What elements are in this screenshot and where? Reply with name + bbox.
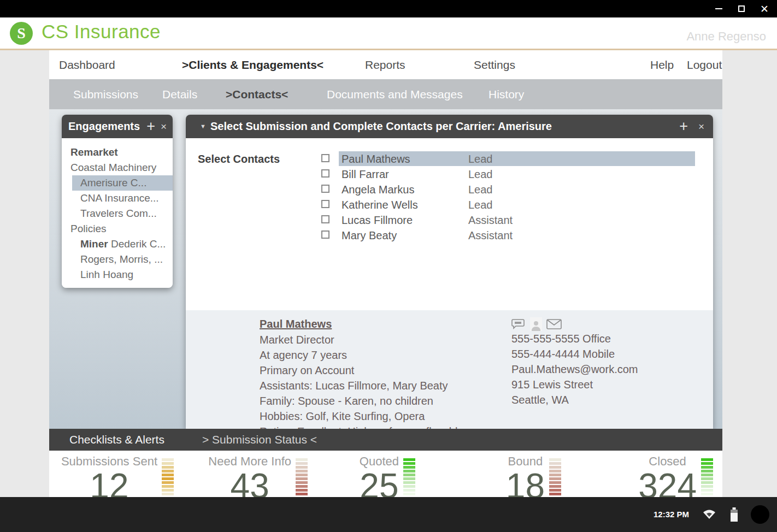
contact-detail-section: Paul Mathews Market Director At agency 7…	[186, 310, 713, 429]
contact-detail-rating: Rating: Excellent, High performer, flexa…	[260, 424, 464, 429]
checklists-alerts-label[interactable]: Checklists & Alerts	[69, 429, 164, 451]
contact-detail-tenure: At agency 7 years	[260, 347, 464, 363]
stat-value: 324	[638, 469, 697, 497]
engagement-item-amerisure[interactable]: Amerisure C...	[72, 175, 173, 191]
contact-checkbox[interactable]	[321, 154, 329, 162]
submission-status-strip: Submissions Sent 12 Need More Info 43 Qu…	[49, 451, 722, 497]
current-user-name: Anne Regenso	[686, 29, 766, 44]
clock[interactable]: 12:32 PM	[654, 497, 689, 532]
engagement-item-coastal-machinery[interactable]: Coastal Machinery	[62, 160, 173, 175]
contact-detail-bio: Paul Mathews Market Director At agency 7…	[260, 316, 464, 429]
nav-item-settings[interactable]: Settings	[474, 50, 515, 79]
contact-detail-name-link[interactable]: Paul Mathews	[260, 316, 464, 332]
contact-row[interactable]: Mary Beaty Assistant	[186, 228, 713, 243]
nav-item-logout[interactable]: Logout	[687, 50, 722, 79]
stat-value: 18	[506, 469, 545, 497]
contact-checkbox[interactable]	[321, 200, 329, 208]
contact-checkbox[interactable]	[321, 215, 329, 223]
contacts-panel-header: ▼ Select Submission and Complete Contact…	[186, 115, 713, 138]
window-minimize-icon[interactable]	[714, 4, 723, 14]
logo-letter: S	[17, 26, 26, 41]
nav-item-help[interactable]: Help	[650, 50, 674, 79]
stat-value: 43	[208, 469, 291, 497]
contact-role: Lead	[468, 167, 493, 182]
contact-row[interactable]: Bill Farrar Lead	[186, 167, 713, 182]
contact-name[interactable]: Bill Farrar	[342, 167, 389, 182]
plus-icon[interactable]: +	[679, 115, 688, 138]
contact-name[interactable]: Mary Beaty	[342, 228, 397, 243]
contact-detail-title: Market Director	[260, 332, 464, 347]
contact-row[interactable]: Paul Mathews Lead	[186, 151, 713, 167]
workspace: Engagements + × Remarket Coastal Machine…	[49, 109, 722, 429]
engagement-item-policies[interactable]: Policies	[62, 221, 173, 237]
engagement-item-cna-insurance[interactable]: CNA Insurance...	[62, 191, 173, 206]
collapse-triangle-icon[interactable]: ▼	[200, 115, 206, 138]
engagement-item-travelers[interactable]: Travelers Com...	[62, 206, 173, 221]
contact-name[interactable]: Katherine Wells	[342, 197, 418, 212]
contact-row[interactable]: Katherine Wells Lead	[186, 197, 713, 212]
contact-row[interactable]: Lucas Fillmore Assistant	[186, 212, 713, 228]
contact-checkbox[interactable]	[321, 169, 329, 178]
close-icon[interactable]: ×	[698, 115, 704, 138]
nav-item-clients-engagements[interactable]: >Clients & Engagements<	[182, 50, 323, 79]
stat-gauge-icon	[701, 458, 713, 495]
secondary-nav: Submissions Details >Contacts< Documents…	[49, 79, 722, 109]
email-icon[interactable]	[546, 319, 562, 329]
launcher-circle-icon[interactable]	[751, 497, 769, 532]
submission-status-toggle[interactable]: > Submission Status <	[202, 429, 317, 451]
contacts-panel: ▼ Select Submission and Complete Contact…	[186, 115, 713, 429]
cs-insurance-logo-icon: S	[10, 22, 33, 45]
battery-icon[interactable]	[731, 497, 738, 532]
stat-value: 25	[360, 469, 399, 497]
close-icon[interactable]: ×	[161, 115, 167, 138]
stat-submissions-sent: Submissions Sent 12	[61, 451, 174, 497]
engagements-panel-title: Engagements	[68, 115, 140, 138]
contact-street: 915 Lewis Street	[511, 377, 638, 392]
nav-item-reports[interactable]: Reports	[365, 50, 405, 79]
contact-detail-assistants: Assistants: Lucas Fillmore, Mary Beaty	[260, 378, 464, 393]
app-title: CS Insurance	[42, 21, 161, 43]
left-gutter	[0, 50, 49, 497]
stat-gauge-icon	[549, 458, 561, 495]
primary-nav: Dashboard >Clients & Engagements< Report…	[49, 50, 722, 79]
contacts-panel-body: Select Contacts Paul Mathews Lead Bill F…	[186, 138, 713, 429]
contact-checkbox[interactable]	[321, 230, 329, 239]
tab-submissions[interactable]: Submissions	[73, 79, 138, 109]
engagement-item-rogers-morris[interactable]: Rogers, Morris, ...	[62, 252, 173, 267]
stat-value: 12	[61, 469, 157, 497]
engagements-panel-header: Engagements + ×	[62, 115, 173, 138]
contact-name[interactable]: Paul Mathews	[342, 151, 410, 167]
contact-name[interactable]: Angela Markus	[342, 182, 414, 197]
chat-bubble-icon[interactable]	[511, 318, 526, 329]
stat-bound: Bound 18	[506, 451, 561, 497]
plus-icon[interactable]: +	[146, 115, 155, 138]
contact-detail-contact-info: 555-555-5555 Office 555-444-4444 Mobile …	[511, 317, 638, 407]
wifi-icon[interactable]	[703, 497, 716, 532]
app-header: S CS Insurance Anne Regenso	[0, 17, 777, 49]
stat-gauge-icon	[403, 458, 415, 495]
tab-details[interactable]: Details	[162, 79, 197, 109]
engagement-item-miner-dederik[interactable]: Miner Dederik C...	[62, 237, 173, 252]
contact-list: Paul Mathews Lead Bill Farrar Lead Angel…	[186, 151, 713, 243]
contact-card-icon[interactable]	[530, 317, 542, 331]
window-close-icon[interactable]: ✕	[760, 4, 769, 14]
tab-documents-and-messages[interactable]: Documents and Messages	[327, 79, 463, 109]
engagement-item-remarket[interactable]: Remarket	[62, 145, 173, 160]
bottom-status-bar: Checklists & Alerts > Submission Status …	[49, 429, 722, 451]
contact-row[interactable]: Angela Markus Lead	[186, 182, 713, 197]
tab-contacts[interactable]: >Contacts<	[226, 79, 288, 109]
window-maximize-icon[interactable]	[737, 4, 746, 14]
stat-need-more-info: Need More Info 43	[208, 451, 308, 497]
contact-role: Assistant	[468, 212, 513, 228]
contact-role: Lead	[468, 182, 493, 197]
nav-item-dashboard[interactable]: Dashboard	[59, 50, 115, 79]
contact-role: Assistant	[468, 228, 513, 243]
engagement-item-linh-hoang[interactable]: Linh Hoang	[62, 267, 173, 282]
contact-email: Paul.Mathews@work.com	[511, 362, 638, 377]
contact-city-state: Seattle, WA	[511, 392, 638, 407]
contact-checkbox[interactable]	[321, 185, 329, 193]
contact-name[interactable]: Lucas Fillmore	[342, 212, 413, 228]
engagements-panel: Engagements + × Remarket Coastal Machine…	[62, 115, 173, 288]
contact-detail-family: Family: Spouse - Karen, no children	[260, 393, 464, 409]
tab-history[interactable]: History	[488, 79, 524, 109]
